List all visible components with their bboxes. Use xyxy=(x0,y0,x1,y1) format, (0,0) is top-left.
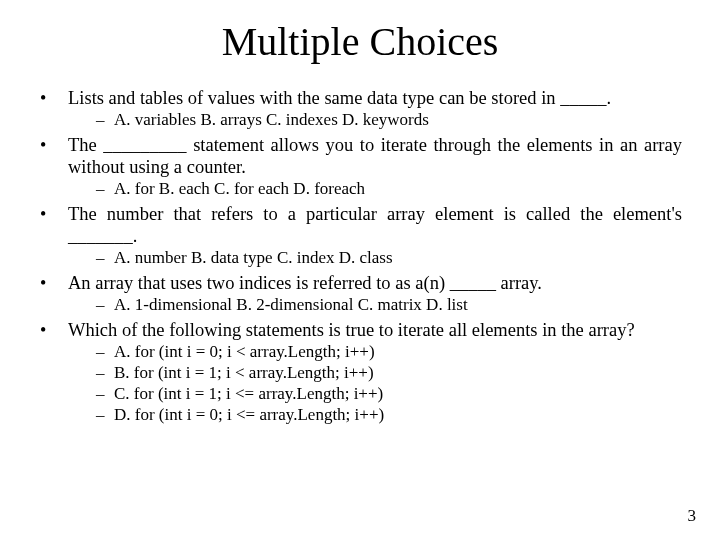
bullet-icon: • xyxy=(38,134,68,156)
choices-text: A. number B. data type C. index D. class xyxy=(114,248,682,268)
dash-icon: – xyxy=(96,179,114,199)
question-text: Lists and tables of values with the same… xyxy=(68,87,682,109)
page-title: Multiple Choices xyxy=(38,18,682,65)
question-text: An array that uses two indices is referr… xyxy=(68,272,682,294)
choice-b: B. for (int i = 1; i < array.Length; i++… xyxy=(114,363,682,383)
choices-text: A. for B. each C. for each D. foreach xyxy=(114,179,682,199)
bullet-icon: • xyxy=(38,203,68,225)
dash-icon: – xyxy=(96,110,114,130)
question-1: • Lists and tables of values with the sa… xyxy=(38,87,682,130)
question-4: • An array that uses two indices is refe… xyxy=(38,272,682,315)
page-number: 3 xyxy=(688,506,697,526)
question-3: • The number that refers to a particular… xyxy=(38,203,682,268)
choice-a: A. for (int i = 0; i < array.Length; i++… xyxy=(114,342,682,362)
slide: Multiple Choices • Lists and tables of v… xyxy=(0,0,720,540)
question-list: • Lists and tables of values with the sa… xyxy=(38,87,682,425)
dash-icon: – xyxy=(96,363,114,383)
question-text: Which of the following statements is tru… xyxy=(68,319,682,341)
choice-c: C. for (int i = 1; i <= array.Length; i+… xyxy=(114,384,682,404)
choices-text: A. variables B. arrays C. indexes D. key… xyxy=(114,110,682,130)
dash-icon: – xyxy=(96,405,114,425)
choices-text: A. 1-dimensional B. 2-dimensional C. mat… xyxy=(114,295,682,315)
question-text: The _________ statement allows you to it… xyxy=(68,134,682,178)
question-5: • Which of the following statements is t… xyxy=(38,319,682,425)
bullet-icon: • xyxy=(38,319,68,341)
question-text: The number that refers to a particular a… xyxy=(68,203,682,247)
dash-icon: – xyxy=(96,342,114,362)
bullet-icon: • xyxy=(38,87,68,109)
question-2: • The _________ statement allows you to … xyxy=(38,134,682,199)
dash-icon: – xyxy=(96,295,114,315)
bullet-icon: • xyxy=(38,272,68,294)
choice-d: D. for (int i = 0; i <= array.Length; i+… xyxy=(114,405,682,425)
dash-icon: – xyxy=(96,248,114,268)
dash-icon: – xyxy=(96,384,114,404)
